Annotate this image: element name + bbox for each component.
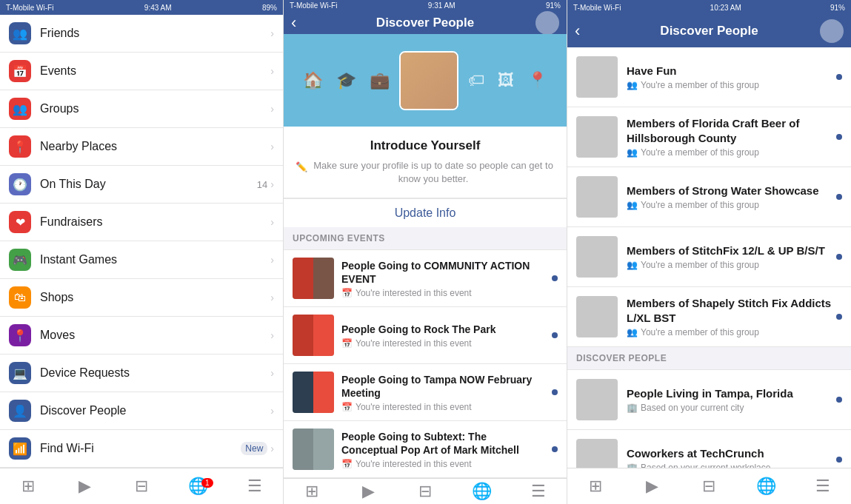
introduce-desc: ✏️ Make sure your profile is up to date … (296, 159, 555, 186)
group-item-1[interactable]: Members of Florida Craft Beer of Hillsbo… (567, 107, 851, 167)
event-item-1[interactable]: People Going to Rock The Park📅 You're in… (284, 307, 567, 364)
sidebar-item-events[interactable]: 📅Events› (0, 53, 283, 90)
event-thumb-0 (293, 258, 334, 299)
events-chevron: › (270, 65, 274, 77)
event-sub-1: 📅 You're interested in this event (341, 338, 546, 349)
mid-tab-globe[interactable]: 🌐 (453, 482, 510, 501)
sidebar-item-nearby-places[interactable]: 📍Nearby Places› (0, 128, 283, 166)
event-title-3: People Going to Subtext: The Conceptual … (341, 430, 546, 457)
tab-notifications[interactable]: 🌐 1 (170, 477, 226, 496)
right-tab-video[interactable]: ▶ (624, 477, 681, 496)
right-avatar (820, 19, 844, 43)
middle-back-button[interactable]: ‹ (291, 13, 296, 33)
middle-avatar (535, 11, 559, 35)
sidebar-item-groups[interactable]: 👥Groups› (0, 90, 283, 128)
event-thumb-1 (293, 315, 334, 356)
group-dot-4 (836, 314, 842, 320)
sidebar-item-discover-people[interactable]: 👤Discover People› (0, 392, 283, 430)
group-title-3: Members of StitchFix 12/L & UP B/S/T (627, 243, 833, 258)
group-sub-4: 👥 You're a member of this group (627, 327, 833, 337)
discover-people-icon: 👤 (9, 400, 31, 422)
left-menu-list: 👥Friends›📅Events›👥Groups›📍Nearby Places›… (0, 15, 283, 468)
event-info-3: People Going to Subtext: The Conceptual … (341, 430, 546, 469)
group-item-2[interactable]: Members of Strong Water Showcase👥 You're… (567, 167, 851, 227)
on-this-day-chevron: › (270, 178, 274, 190)
right-tab-marketplace[interactable]: ⊟ (681, 477, 738, 496)
profile-avatar[interactable] (399, 51, 458, 110)
tab-newsfeed[interactable]: ⊞ (0, 477, 56, 496)
event-title-1: People Going to Rock The Park (341, 323, 546, 336)
group-item-3[interactable]: Members of StitchFix 12/L & UP B/S/T👥 Yo… (567, 227, 851, 287)
instant-games-chevron: › (270, 254, 274, 266)
sidebar-item-device-requests[interactable]: 💻Device Requests› (0, 355, 283, 392)
right-battery: 91% (830, 4, 845, 12)
discover-item-0[interactable]: People Living in Tampa, Florida🏢 Based o… (567, 370, 851, 430)
event-item-0[interactable]: People Going to COMMUNITY ACTION EVENT📅 … (284, 250, 567, 307)
right-tab-globe[interactable]: 🌐 (738, 477, 795, 496)
sidebar-item-label-shops: Shops (40, 291, 270, 304)
tab-menu[interactable]: ☰ (227, 477, 283, 496)
group-sub-icon-3: 👥 (627, 260, 638, 270)
moves-icon: 📍 (9, 324, 31, 346)
right-back-button[interactable]: ‹ (575, 21, 580, 41)
fundraisers-chevron: › (270, 216, 274, 228)
discover-item-1[interactable]: Coworkers at TechCrunch🏢 Based on your c… (567, 430, 851, 468)
discover-title-1: Coworkers at TechCrunch (627, 446, 833, 461)
event-dot-0 (552, 275, 558, 281)
group-sub-3: 👥 You're a member of this group (627, 260, 833, 270)
group-sub-icon-1: 👥 (627, 147, 638, 158)
event-item-3[interactable]: People Going to Subtext: The Conceptual … (284, 421, 567, 478)
right-nav-bar: ‹ Discover People (567, 15, 851, 47)
tab-video[interactable]: ▶ (56, 477, 113, 496)
mid-tab-marketplace[interactable]: ⊟ (397, 482, 453, 501)
sidebar-item-label-device-requests: Device Requests (40, 366, 270, 380)
group-thumb-0 (576, 56, 618, 98)
right-status-bar: T-Mobile Wi-Fi 10:23 AM 91% (567, 0, 851, 15)
sidebar-item-moves[interactable]: 📍Moves› (0, 317, 283, 355)
sidebar-item-label-on-this-day: On This Day (40, 178, 257, 191)
left-battery: 89% (262, 4, 277, 12)
photo-icon: 🖼 (498, 71, 514, 90)
mid-tab-menu[interactable]: ☰ (510, 482, 567, 501)
tab-badge-count: 1 (201, 478, 213, 488)
sidebar-item-friends[interactable]: 👥Friends› (0, 15, 283, 53)
discover-thumb-1 (576, 439, 618, 468)
middle-time: 9:31 AM (428, 1, 455, 10)
group-info-4: Members of Shapely Stitch Fix Addicts L/… (627, 296, 833, 337)
sidebar-item-find-wifi[interactable]: 📶Find Wi-FiNew› (0, 430, 283, 468)
mid-tab-newsfeed[interactable]: ⊞ (284, 482, 340, 501)
device-requests-chevron: › (270, 367, 274, 379)
group-item-0[interactable]: Have Fun👥 You're a member of this group (567, 47, 851, 107)
sidebar-item-shops[interactable]: 🛍Shops› (0, 279, 283, 317)
group-thumb-2 (576, 176, 618, 218)
sidebar-item-label-discover-people: Discover People (40, 404, 270, 417)
group-thumb-3 (576, 236, 618, 278)
right-tab-bar: ⊞ ▶ ⊟ 🌐 ☰ (567, 468, 851, 504)
discover-sub-0: 🏢 Based on your current city (627, 403, 833, 413)
tab-marketplace[interactable]: ⊟ (113, 477, 170, 496)
discover-sub-icon-0: 🏢 (627, 403, 638, 413)
friends-chevron: › (270, 27, 274, 39)
on-this-day-icon: 🕐 (9, 173, 31, 195)
middle-carrier: T-Mobile Wi-Fi (290, 1, 337, 10)
edit-icon: ✏️ (296, 161, 307, 174)
location-icon: 📍 (527, 71, 547, 90)
on-this-day-badge: 14 (257, 179, 267, 190)
right-tab-menu[interactable]: ☰ (794, 477, 851, 496)
middle-tab-bar: ⊞ ▶ ⊟ 🌐 ☰ (284, 478, 567, 504)
avatar-image (401, 53, 457, 109)
sidebar-item-on-this-day[interactable]: 🕐On This Day14› (0, 166, 283, 204)
right-tab-newsfeed[interactable]: ⊞ (567, 477, 624, 496)
sidebar-item-fundraisers[interactable]: ❤Fundraisers› (0, 204, 283, 241)
event-item-2[interactable]: People Going to Tampa NOW February Meeti… (284, 364, 567, 421)
left-time: 9:43 AM (144, 4, 172, 12)
middle-nav-bar: ‹ Discover People (284, 11, 567, 34)
middle-battery: 91% (546, 1, 561, 10)
discover-title-0: People Living in Tampa, Florida (627, 386, 833, 401)
update-info-link[interactable]: Update Info (284, 198, 567, 227)
sidebar-item-label-moves: Moves (40, 329, 270, 342)
group-item-4[interactable]: Members of Shapely Stitch Fix Addicts L/… (567, 287, 851, 347)
mid-tab-video[interactable]: ▶ (340, 482, 396, 501)
sidebar-item-instant-games[interactable]: 🎮Instant Games› (0, 241, 283, 279)
middle-panel: T-Mobile Wi-Fi 9:31 AM 91% ‹ Discover Pe… (284, 0, 567, 504)
